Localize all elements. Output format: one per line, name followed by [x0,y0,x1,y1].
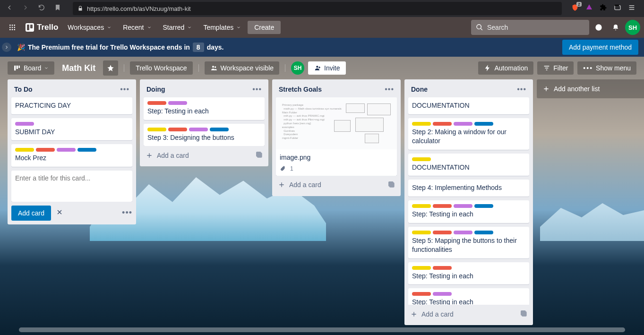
card[interactable]: Step: Testing in each [408,200,529,223]
add-card-row[interactable]: Add a card [144,148,265,163]
visibility-button[interactable]: Workspace visible [205,61,280,75]
compose-menu-icon[interactable]: ••• [122,208,132,218]
card[interactable]: SUBMIT DAY [11,118,132,141]
card[interactable]: Step 5: Mapping the buttons to their fun… [408,227,529,258]
label-yellow[interactable] [147,128,166,131]
label-purple[interactable] [168,101,187,105]
star-button[interactable] [103,60,118,76]
add-card-row[interactable]: Add a card [408,307,529,321]
add-list-button[interactable]: Add another list [537,79,644,98]
party-icon: 🎉 [17,43,25,51]
label-yellow[interactable] [412,231,431,234]
card[interactable]: Mock Prez [11,144,132,167]
label-red[interactable] [168,128,187,131]
card[interactable]: DOCUMENTATION [408,97,529,114]
create-button[interactable]: Create [248,21,281,34]
template-icon[interactable] [520,309,527,318]
label-purple[interactable] [433,292,452,296]
horizontal-scrollbar[interactable] [19,327,625,332]
browser-menu-icon[interactable] [628,4,635,13]
label-red[interactable] [36,148,55,152]
card[interactable]: DOCUMENTATION [408,154,529,176]
label-red[interactable] [433,231,452,234]
forward-button[interactable] [20,2,31,15]
add-card-row[interactable]: Add a card [276,178,397,192]
trello-logo[interactable]: Trello [23,23,61,32]
label-blue[interactable] [474,204,493,208]
label-purple[interactable] [454,204,472,208]
label-yellow[interactable] [412,204,431,208]
list-menu-icon[interactable]: ••• [252,85,262,94]
list-menu-icon[interactable]: ••• [517,85,526,94]
list-title[interactable]: Stretch Goals [279,86,322,93]
list-title[interactable]: Doing [146,86,165,93]
search-box[interactable] [471,20,589,35]
label-yellow[interactable] [412,122,431,126]
workspace-button[interactable]: Trello Workspace [130,61,192,75]
notifications-icon[interactable] [608,20,623,35]
card[interactable]: Step 4: Implementing Methods [408,180,529,197]
invite-button[interactable]: Invite [308,61,345,75]
card[interactable]: Step 2: Making a window for our calculat… [408,118,529,150]
plus-icon [410,310,418,318]
new-card-input[interactable] [15,174,129,189]
label-yellow[interactable] [15,148,34,152]
templates-menu[interactable]: Templates [198,21,246,34]
url-bar[interactable]: https://trello.com/b/asVNzuug/math-kit [73,2,562,15]
label-yellow[interactable] [412,266,431,270]
label-blue[interactable] [474,231,493,234]
label-red[interactable] [412,292,431,296]
info-icon[interactable] [591,20,606,35]
card[interactable]: Step: Testing in each [408,262,529,285]
template-icon[interactable] [387,180,395,189]
label-purple[interactable] [454,122,472,126]
recent-menu[interactable]: Recent [118,21,156,34]
member-avatar[interactable]: SH [291,61,304,75]
board-view-button[interactable]: Board [8,61,54,75]
add-payment-button[interactable]: Add payment method [562,40,638,55]
search-input[interactable] [487,24,584,31]
board-title[interactable]: Math Kit [58,63,99,73]
label-blue[interactable] [474,122,493,126]
close-icon[interactable] [56,208,63,218]
list-menu-icon[interactable]: ••• [385,85,394,94]
add-card-button[interactable]: Add card [11,206,51,221]
shield-icon[interactable]: 2 [571,4,579,13]
list-title[interactable]: Done [411,86,428,93]
back-button[interactable] [4,2,15,15]
list-title[interactable]: To Do [14,86,33,93]
template-icon[interactable] [255,151,263,160]
trello-logo-icon [26,23,34,32]
starred-menu[interactable]: Starred [158,21,197,34]
label-blue[interactable] [210,128,229,131]
label-yellow[interactable] [412,157,431,161]
label-red[interactable] [433,266,452,270]
label-red[interactable] [147,101,166,105]
workspaces-menu[interactable]: Workspaces [63,21,116,34]
card[interactable]: PRACTICING DAY [11,97,132,114]
label-purple[interactable] [189,128,208,131]
label-purple[interactable] [454,231,472,234]
apps-switcher-icon[interactable] [4,21,21,34]
card[interactable]: Step 3: Designing the buttons [144,124,265,146]
card[interactable]: Primary package math.py — Math class tur… [276,97,397,176]
label-red[interactable] [433,122,452,126]
automation-button[interactable]: Automation [478,61,533,75]
extensions-icon[interactable] [600,4,607,13]
list-menu-icon[interactable]: ••• [120,85,129,94]
user-avatar[interactable]: SH [625,20,640,35]
label-blue[interactable] [77,148,96,152]
card[interactable]: Step: Testing in each [144,97,265,120]
card[interactable]: Step: Testing in each [408,288,529,305]
svg-rect-1 [615,5,619,6]
label-red[interactable] [433,204,452,208]
brave-icon[interactable] [585,4,593,13]
bookmark-button[interactable] [52,2,63,15]
show-menu-button[interactable]: ••• Show menu [577,61,636,75]
reload-button[interactable] [36,2,47,15]
label-purple[interactable] [15,122,34,126]
filter-button[interactable]: Filter [537,61,574,75]
banner-collapse-icon[interactable] [2,43,11,52]
wallet-icon[interactable] [614,4,621,13]
label-purple[interactable] [57,148,76,152]
